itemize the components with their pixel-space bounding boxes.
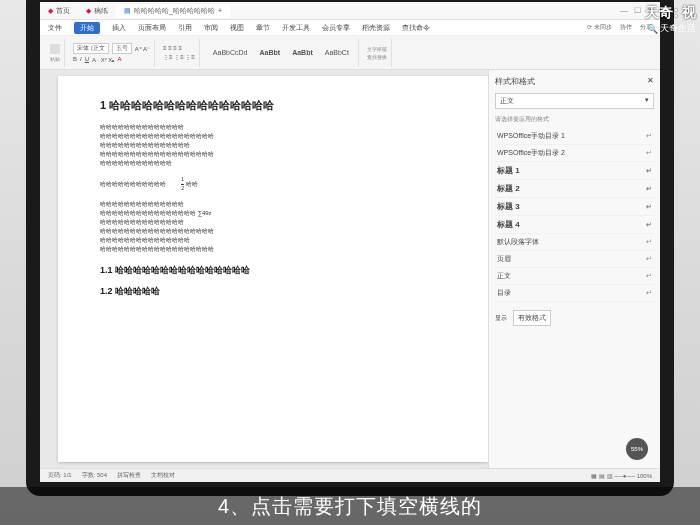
- status-bar: 页码: 1/1 字数: 504 拼写检查 文档校对 ▦ ▤ ▥ ──●── 10…: [40, 468, 660, 482]
- menu-bar: 文件 开始 插入 页面布局 引用 审阅 视图 章节 开发工具 会员专享 稻壳资源…: [40, 20, 660, 36]
- panel-title: 样式和格式: [495, 76, 535, 87]
- watermark-sub: 🔍天奇生活: [647, 22, 696, 35]
- tab-home[interactable]: ◆首页: [40, 4, 78, 18]
- menu-start[interactable]: 开始: [74, 22, 100, 34]
- select-label[interactable]: 查找替换: [367, 54, 387, 60]
- paste-label: 粘贴: [50, 56, 60, 62]
- maximize-icon[interactable]: ☐: [634, 6, 641, 15]
- watermark-top: 天奇: 视: [645, 4, 696, 22]
- menu-dev[interactable]: 开发工具: [282, 23, 310, 33]
- find-label[interactable]: 文字排版: [367, 46, 387, 52]
- menu-insert[interactable]: 插入: [112, 23, 126, 33]
- body-text-2: 哈哈哈哈哈哈哈哈哈哈哈哈哈哈 哈哈哈哈哈哈哈哈哈哈哈哈哈哈哈哈 ∑49z 哈哈哈…: [100, 200, 446, 254]
- style-h2[interactable]: AaBbt: [287, 47, 318, 58]
- menu-member[interactable]: 会员专享: [322, 23, 350, 33]
- word-count: 字数: 504: [82, 471, 107, 480]
- show-label: 显示: [495, 315, 507, 321]
- style-item[interactable]: 正文↵: [495, 268, 654, 285]
- menu-section[interactable]: 章节: [256, 23, 270, 33]
- style-h3[interactable]: AaBbCt: [320, 47, 354, 58]
- tab-doc1[interactable]: ◆稿纸: [78, 4, 116, 18]
- menu-review[interactable]: 审阅: [204, 23, 218, 33]
- spell-check[interactable]: 拼写检查: [117, 471, 141, 480]
- panel-section: 请选择要应用的格式: [495, 115, 654, 124]
- style-item[interactable]: 目录↵: [495, 285, 654, 302]
- menu-search[interactable]: 查找命令: [402, 23, 430, 33]
- coop-button[interactable]: 协作: [620, 23, 632, 32]
- style-item[interactable]: 标题 2↵: [495, 180, 654, 198]
- doc-fix[interactable]: 文档校对: [151, 471, 175, 480]
- tab-doc2[interactable]: ▤哈哈哈哈哈_哈哈哈哈哈哈+: [116, 4, 230, 18]
- monitor-frame: ◆首页 ◆稿纸 ▤哈哈哈哈哈_哈哈哈哈哈哈+ — ☐ ✕ 文件 开始 插入 页面…: [26, 0, 674, 496]
- subtitle-caption: 4、点击需要打下填空横线的: [0, 487, 700, 525]
- zoom-fab[interactable]: 55%: [626, 438, 648, 460]
- style-item[interactable]: 标题 1↵: [495, 162, 654, 180]
- minimize-icon[interactable]: —: [620, 6, 628, 15]
- left-gutter: [40, 70, 58, 468]
- underline-button[interactable]: U: [85, 56, 89, 62]
- style-item[interactable]: 页眉↵: [495, 251, 654, 268]
- font-color-button[interactable]: A: [117, 56, 121, 62]
- style-item[interactable]: 标题 4↵: [495, 216, 654, 234]
- menu-file[interactable]: 文件: [48, 23, 62, 33]
- paste-icon[interactable]: [50, 44, 60, 54]
- heading-1: 1 哈哈哈哈哈哈哈哈哈哈哈哈哈哈哈: [100, 98, 446, 113]
- italic-button[interactable]: I: [80, 56, 82, 62]
- body-text-1: 哈哈哈哈哈哈哈哈哈哈哈哈哈哈 哈哈哈哈哈哈哈哈哈哈哈哈哈哈哈哈哈哈哈 哈哈哈哈哈…: [100, 123, 446, 168]
- current-style-select[interactable]: 正文▾: [495, 93, 654, 109]
- style-item[interactable]: 默认段落字体↵: [495, 234, 654, 251]
- screen: ◆首页 ◆稿纸 ▤哈哈哈哈哈_哈哈哈哈哈哈+ — ☐ ✕ 文件 开始 插入 页面…: [40, 2, 660, 482]
- heading-1-2: 1.2 哈哈哈哈哈: [100, 285, 446, 298]
- style-normal[interactable]: AaBbCcDd: [208, 47, 253, 58]
- page-count: 页码: 1/1: [48, 471, 72, 480]
- show-select[interactable]: 有效格式: [513, 310, 551, 326]
- sync-status[interactable]: ⟳ 未同步: [587, 23, 612, 32]
- panel-close-icon[interactable]: ✕: [647, 76, 654, 87]
- title-bar: ◆首页 ◆稿纸 ▤哈哈哈哈哈_哈哈哈哈哈哈+ — ☐ ✕: [40, 2, 660, 20]
- menu-view[interactable]: 视图: [230, 23, 244, 33]
- body-frac-line: 哈哈哈哈哈哈哈哈哈哈哈 12哈哈: [100, 176, 446, 192]
- font-select[interactable]: 宋体 (正文: [73, 43, 109, 54]
- ribbon: 粘贴 宋体 (正文 五号 A⁺ A⁻ B I U A · X² X₂ A ≡ ≡…: [40, 36, 660, 70]
- style-item[interactable]: WPSOffice手动目录 1↵: [495, 128, 654, 145]
- menu-ref[interactable]: 引用: [178, 23, 192, 33]
- styles-panel: 样式和格式 ✕ 正文▾ 请选择要应用的格式 WPSOffice手动目录 1↵WP…: [488, 70, 660, 468]
- menu-template[interactable]: 稻壳资源: [362, 23, 390, 33]
- style-h1[interactable]: AaBbt: [255, 47, 286, 58]
- menu-layout[interactable]: 页面布局: [138, 23, 166, 33]
- document-page[interactable]: 1 哈哈哈哈哈哈哈哈哈哈哈哈哈哈哈 哈哈哈哈哈哈哈哈哈哈哈哈哈哈 哈哈哈哈哈哈哈…: [58, 76, 488, 462]
- style-item[interactable]: WPSOffice手动目录 2↵: [495, 145, 654, 162]
- heading-1-1: 1.1 哈哈哈哈哈哈哈哈哈哈哈哈哈哈哈: [100, 264, 446, 277]
- style-item[interactable]: 标题 3↵: [495, 198, 654, 216]
- bold-button[interactable]: B: [73, 56, 77, 62]
- size-select[interactable]: 五号: [112, 43, 132, 54]
